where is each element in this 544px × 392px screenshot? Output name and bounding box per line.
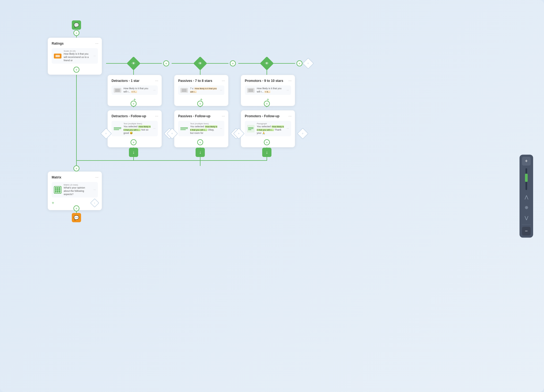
promotors-item: How likely is it that you will r... > 8.… xyxy=(245,85,291,95)
passives-title: Passives - 7 to 8 stars xyxy=(178,79,224,83)
passives-item-text: 7 ≤ How likely is it that you will r... xyxy=(190,87,218,93)
flow-canvas: 💬 + Ratings ··· Scale (0-10) How likely … xyxy=(0,0,544,392)
diamond-matrix[interactable]: + xyxy=(90,198,99,208)
add-before-matrix[interactable]: + xyxy=(73,165,79,171)
detractors-item-text: How likely is it that you will r... < 7.… xyxy=(123,87,151,93)
promotors-icon xyxy=(247,88,255,93)
add-h3[interactable]: + xyxy=(296,60,302,66)
matrix-menu[interactable]: ··· xyxy=(95,175,98,179)
diamond-right-pro[interactable]: + xyxy=(297,128,308,139)
para-icon xyxy=(247,125,255,132)
zoom-panel: + ⋀ ⊕ ⋁ − xyxy=(520,155,533,237)
passives-icon xyxy=(180,88,188,93)
detractors-icon xyxy=(114,88,121,93)
add-below-det-followup[interactable]: + xyxy=(131,139,137,145)
detractors-followup-title: Detractors - Follow-up xyxy=(112,114,158,118)
diamond-detractors-icon: 👁 xyxy=(132,61,135,66)
passives-followup-item: Text (multiple lines) You selected How l… xyxy=(178,121,224,136)
promotors-item-text: How likely is it that you will r... > 8.… xyxy=(257,87,285,93)
detractors-followup-menu[interactable]: ··· xyxy=(155,114,158,118)
promotors-title: Promotors - 9 to 10 stars xyxy=(245,79,291,83)
matrix-item: Matrix (3 rows) What's your opinion abou… xyxy=(52,182,98,197)
promoters-followup-menu[interactable]: ··· xyxy=(288,114,292,118)
down-arrow-pro: ↓ xyxy=(266,150,268,155)
detractors-menu[interactable]: ··· xyxy=(155,78,158,83)
add-below-pro-followup[interactable]: + xyxy=(264,139,270,145)
diamond-detractors[interactable]: 👁 xyxy=(127,57,141,70)
zoom-divider xyxy=(522,224,531,224)
add-h1[interactable]: + xyxy=(163,60,169,66)
matrix-card: Matrix ··· Matrix (3 rows) What's your o… xyxy=(48,171,102,210)
zoom-down-button[interactable]: ⋁ xyxy=(522,213,531,222)
merge-node-det[interactable]: ↓ xyxy=(129,148,138,157)
diamond-passives-icon: 👁 xyxy=(198,61,202,66)
ratings-item-text: Scale (0-10) How likely is it that you w… xyxy=(64,50,91,62)
merge-node-pro[interactable]: ↓ xyxy=(262,148,271,157)
diamond-end-icon: + xyxy=(307,61,309,65)
zoom-up-button[interactable]: ⋀ xyxy=(522,193,531,201)
start-node[interactable]: 💬 xyxy=(72,20,81,30)
matrix-item-text: Matrix (3 rows) What's your opinion abou… xyxy=(64,184,91,196)
detractors-item: How likely is it that you will r... < 7.… xyxy=(112,85,158,95)
passives-item: 7 ≤ How likely is it that you will r... … xyxy=(178,85,224,95)
diamond-passives[interactable]: 👁 xyxy=(193,57,207,70)
detractors-followup-text: Text (multiple lines) You selected How l… xyxy=(123,122,151,135)
add-after-start[interactable]: + xyxy=(73,30,79,36)
passives-menu[interactable]: ··· xyxy=(222,78,225,83)
matrix-item-menu[interactable]: ··· xyxy=(94,188,96,191)
passives-followup-menu[interactable]: ··· xyxy=(222,114,225,118)
add-h2[interactable]: + xyxy=(230,60,236,66)
passives-followup-item-menu[interactable]: ··· xyxy=(220,127,222,130)
zoom-reset-button[interactable]: ⊕ xyxy=(522,203,531,212)
zoom-out-button[interactable]: − xyxy=(522,227,531,235)
ratings-menu[interactable]: ··· xyxy=(95,41,98,45)
passives-item-menu[interactable]: ··· xyxy=(220,89,222,92)
ratings-title: Ratings xyxy=(52,42,98,45)
add-after-passives[interactable]: + xyxy=(197,101,203,107)
promoters-followup-item-menu[interactable]: ··· xyxy=(287,127,289,130)
passives-followup-title: Passives - Follow-up xyxy=(178,114,224,118)
diamond-promotors-icon: 👁 xyxy=(265,61,269,66)
start-icon: 💬 xyxy=(74,23,79,28)
add-below-pas-followup[interactable]: + xyxy=(197,139,203,145)
down-arrow-det: ↓ xyxy=(132,150,135,155)
detractors-followup-item-menu[interactable]: ··· xyxy=(153,127,156,130)
diamond-promotors[interactable]: 👁 xyxy=(260,57,274,70)
scale-icon xyxy=(54,54,61,58)
promotors-menu[interactable]: ··· xyxy=(288,78,292,83)
merge-node-pas[interactable]: ↓ xyxy=(196,148,205,157)
diamond-end[interactable]: + xyxy=(302,58,314,69)
text-lines-icon2 xyxy=(180,127,188,130)
promotors-item-menu[interactable]: ··· xyxy=(287,89,289,92)
add-after-matrix[interactable]: + xyxy=(73,205,79,211)
text-lines-icon xyxy=(114,127,121,130)
promoters-followup-title: Promoters - Follow-up xyxy=(245,114,291,118)
zoom-slider-thumb xyxy=(525,174,528,182)
matrix-icon xyxy=(54,186,61,194)
add-after-detractors[interactable]: + xyxy=(131,101,137,107)
zoom-in-button[interactable]: + xyxy=(522,157,531,165)
add-after-promotors[interactable]: + xyxy=(264,101,270,107)
promoters-followup-item: Paragraph You selected How likely is it … xyxy=(245,121,291,136)
detractors-item-menu[interactable]: ··· xyxy=(153,89,156,92)
matrix-title: Matrix xyxy=(52,175,98,179)
end-icon: 💬 xyxy=(74,215,79,220)
promoters-followup-text: Paragraph You selected How likely is it … xyxy=(257,122,285,135)
zoom-slider[interactable] xyxy=(526,168,527,190)
ratings-item: Scale (0-10) How likely is it that you w… xyxy=(52,48,98,64)
matrix-add[interactable]: + xyxy=(52,200,54,205)
detractors-followup-item: Text (multiple lines) You selected How l… xyxy=(112,121,158,136)
passives-followup-text: Text (multiple lines) You selected How l… xyxy=(190,122,218,135)
end-node[interactable]: 💬 xyxy=(72,213,81,222)
add-after-ratings[interactable]: + xyxy=(73,67,79,73)
ratings-item-menu[interactable]: ··· xyxy=(94,54,96,57)
detractors-title: Detractors - 1 star xyxy=(112,79,158,83)
down-arrow-pas: ↓ xyxy=(199,150,201,155)
matrix-footer: + + xyxy=(52,200,98,206)
